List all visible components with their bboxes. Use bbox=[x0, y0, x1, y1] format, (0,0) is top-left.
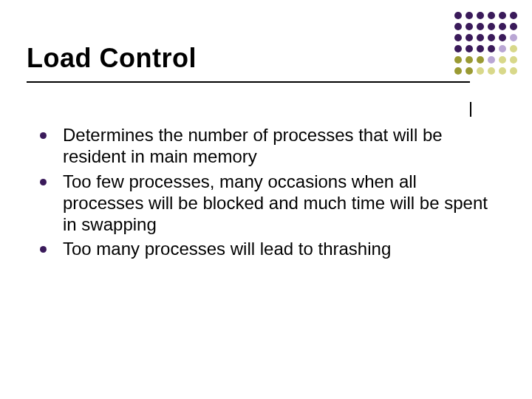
slide-title: Load Control bbox=[27, 43, 197, 74]
dot-icon bbox=[466, 56, 473, 64]
bullet-text: Too many processes will lead to thrashin… bbox=[63, 238, 391, 259]
dot-icon bbox=[466, 45, 473, 52]
dot-icon bbox=[477, 23, 484, 30]
dot-icon bbox=[477, 67, 484, 75]
dot-icon bbox=[510, 45, 517, 52]
dot-icon bbox=[477, 45, 484, 52]
dot-icon bbox=[488, 56, 495, 64]
dot-icon bbox=[499, 56, 506, 64]
dot-icon bbox=[499, 12, 506, 19]
dot-icon bbox=[510, 34, 517, 41]
bullet-icon bbox=[40, 179, 47, 185]
bullet-text: Too few processes, many occasions when a… bbox=[63, 171, 492, 236]
dot-icon bbox=[499, 34, 506, 41]
dot-icon bbox=[454, 67, 462, 75]
dot-icon bbox=[488, 67, 495, 75]
bullet-icon bbox=[40, 132, 47, 139]
list-item: Too many processes will lead to thrashin… bbox=[40, 238, 492, 259]
dot-icon bbox=[454, 34, 462, 41]
decorative-dot-grid bbox=[454, 12, 519, 76]
dot-icon bbox=[488, 34, 495, 41]
dot-icon bbox=[477, 34, 484, 41]
dot-icon bbox=[466, 67, 473, 75]
dot-icon bbox=[499, 45, 506, 52]
title-underline bbox=[27, 81, 470, 83]
bullet-text: Determines the number of processes that … bbox=[63, 124, 492, 168]
dot-icon bbox=[510, 67, 517, 75]
dot-icon bbox=[510, 56, 517, 64]
dot-icon bbox=[499, 67, 506, 75]
dot-icon bbox=[454, 56, 462, 64]
dot-icon bbox=[477, 56, 484, 64]
dot-icon bbox=[488, 45, 495, 52]
dot-icon bbox=[466, 34, 473, 41]
dot-icon bbox=[510, 23, 517, 30]
bullet-list: Determines the number of processes that … bbox=[40, 124, 492, 263]
dot-icon bbox=[454, 23, 462, 30]
dot-icon bbox=[454, 45, 462, 52]
slide: Load Control Determines the number of pr… bbox=[0, 0, 532, 399]
list-item: Too few processes, many occasions when a… bbox=[40, 171, 492, 236]
dot-icon bbox=[488, 12, 495, 19]
dot-icon bbox=[477, 12, 484, 19]
dot-icon bbox=[510, 12, 517, 19]
dot-icon bbox=[454, 12, 462, 19]
bullet-icon bbox=[40, 246, 47, 253]
list-item: Determines the number of processes that … bbox=[40, 124, 492, 168]
dot-icon bbox=[488, 23, 495, 30]
axis-tick-icon bbox=[470, 102, 471, 117]
dot-icon bbox=[466, 23, 473, 30]
dot-icon bbox=[466, 12, 473, 19]
dot-icon bbox=[499, 23, 506, 30]
